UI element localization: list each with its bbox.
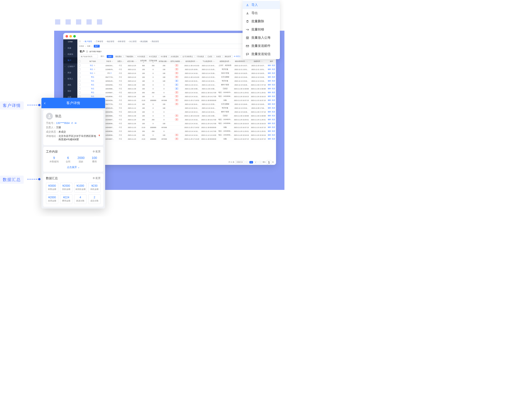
table-header[interactable] [77, 59, 82, 64]
location-icon[interactable]: 📍 [98, 134, 101, 142]
topnav-item[interactable]: ▫ 办公管理 [128, 40, 136, 43]
filter-chip[interactable]: 今日新增 [159, 55, 169, 58]
filter-chip[interactable]: 测试排序 [223, 55, 232, 58]
work-config-button[interactable]: ⚙ 配置 [93, 150, 101, 153]
edit-link[interactable]: 编辑 [268, 134, 271, 136]
row-checkbox[interactable] [79, 91, 81, 94]
edit-link[interactable]: 编辑 [268, 126, 271, 128]
edit-link[interactable]: 编辑 [268, 138, 271, 140]
topnav-item[interactable]: ▫ 工单管理 [95, 40, 103, 43]
follow-link[interactable]: 跟进 [272, 68, 275, 70]
work-stat[interactable]: 9外勤签到 [50, 156, 59, 163]
follow-link[interactable]: 跟进 [272, 88, 275, 89]
table-header[interactable]: 最后跟进时间 ⇅ ▾ [183, 59, 200, 64]
topnav-item[interactable]: ▫ 系统管理 [150, 40, 159, 43]
edit-link[interactable]: 编辑 [268, 99, 271, 101]
summary-card[interactable]: ¥230商机金额 [88, 182, 101, 192]
edit-link[interactable]: 编辑 [268, 76, 271, 78]
customer-name-cell[interactable]: 黄总 [82, 83, 103, 87]
work-stat[interactable]: 100费用 [92, 156, 97, 163]
prev-page[interactable]: ‹ [245, 161, 248, 163]
nav-user[interactable]: ▫客户 [63, 57, 77, 63]
edit-link[interactable]: 编辑 [268, 107, 271, 109]
edit-link[interactable]: 编辑 [268, 88, 271, 89]
table-header[interactable]: 未回款金额 ⇅ ▾ [158, 59, 170, 64]
dropdown-trash[interactable]: 批量删除 [243, 17, 280, 26]
copy-icon[interactable]: ⧉ [94, 72, 95, 74]
help-text[interactable]: 查不到客户数据？ [89, 50, 102, 53]
follow-link[interactable]: 跟进 [272, 92, 275, 93]
nav-quote[interactable]: ▫报价 [63, 88, 77, 94]
customer-name-cell[interactable]: 李总 [82, 91, 103, 94]
edit-link[interactable]: 编辑 [268, 111, 271, 113]
dropdown-mail[interactable]: 批量发送邮件 [243, 42, 280, 50]
customer-name-cell[interactable]: 张总 ⧉ [82, 71, 103, 75]
help-icon[interactable]: ? [86, 50, 88, 53]
row-checkbox[interactable] [79, 80, 81, 82]
edit-link[interactable]: 编辑 [268, 115, 271, 116]
summary-card[interactable]: ¥1000未回款金额 [74, 182, 87, 192]
table-header[interactable]: 是否公海领取 ⇅ ▾ [170, 59, 183, 64]
table-header[interactable]: 负责人 ▾ [116, 59, 125, 64]
summary-card[interactable]: 2成交次数 [88, 194, 101, 204]
table-header[interactable]: 成交日期 ⇅ ▾ [125, 59, 139, 64]
row-checkbox[interactable] [79, 88, 81, 90]
page-1[interactable]: 1 [249, 161, 253, 163]
nav-notebook[interactable]: ▫跟进 [63, 70, 77, 76]
filter-chip[interactable]: 7天未跟进 [195, 55, 205, 58]
filter-chip[interactable]: 从未跟进的 [169, 55, 180, 58]
edit-link[interactable]: 编辑 [268, 72, 271, 74]
expand-button[interactable]: 点击展开 ⌄ [46, 166, 101, 169]
edit-link[interactable]: 编辑 [268, 130, 271, 132]
call-icon[interactable]: ✆ [71, 122, 73, 124]
dropdown-box-out[interactable]: 批量放入公海 [243, 34, 280, 42]
dropdown-upload[interactable]: 导出 [243, 9, 280, 17]
customer-name-cell[interactable]: 李总 [82, 75, 103, 79]
copy-icon[interactable]: ⧉ [94, 68, 95, 70]
follow-link[interactable]: 跟进 [272, 134, 275, 136]
summary-card[interactable]: ¥3000销售金额 [46, 182, 58, 192]
minimize-dot[interactable] [69, 35, 72, 38]
dropdown-download[interactable]: 导入 [243, 1, 280, 9]
customer-name-cell[interactable]: 黄总 ⧉ [82, 68, 103, 71]
follow-link[interactable]: 跟进 [272, 76, 275, 78]
filter-chip[interactable]: 今日已跟进 [147, 55, 158, 58]
page-size-select[interactable]: 10条/页 ▾ [235, 161, 244, 164]
topnav-item[interactable]: ▫ 客户管理 [83, 40, 92, 43]
follow-link[interactable]: 跟进 [272, 126, 275, 128]
topnav-item[interactable]: ▫ 商业智能 [139, 40, 148, 43]
goto-input[interactable] [267, 160, 271, 164]
filter-chip[interactable]: 全部 [107, 55, 113, 58]
work-stat[interactable]: 2000回款 [77, 156, 84, 163]
bc-lead[interactable]: 线索 [87, 45, 90, 47]
edit-link[interactable]: 编辑 [268, 119, 271, 120]
summary-config-button[interactable]: ⚙ 配置 [93, 176, 101, 180]
follow-link[interactable]: 跟进 [272, 119, 275, 120]
customer-name-cell[interactable]: 张总 [82, 79, 103, 83]
edit-link[interactable]: 编辑 [268, 122, 271, 124]
table-header[interactable]: 已回款金额⇅ [148, 59, 158, 64]
row-checkbox[interactable] [79, 84, 81, 86]
table-header[interactable]: 操作 [267, 59, 276, 64]
hamburger-icon[interactable]: ☰ [79, 40, 81, 42]
row-checkbox[interactable] [79, 72, 81, 74]
filter-chip[interactable]: 未成交 [215, 55, 223, 58]
customer-name-cell[interactable]: 张总 ⧉ [82, 64, 103, 68]
summary-card[interactable]: ¥2000发票金额 [46, 194, 58, 204]
edit-link[interactable]: 编辑 [268, 95, 271, 97]
follow-link[interactable]: 跟进 [272, 99, 275, 101]
table-header[interactable]: 手机号 ⇅ [103, 59, 116, 64]
topnav-item[interactable]: ▫ 项目管理 [106, 40, 114, 43]
filter-chip[interactable]: 近7天未联系过 [181, 55, 195, 58]
edit-link[interactable]: 编辑 [268, 103, 271, 105]
edit-link[interactable]: 编辑 [268, 65, 271, 66]
dropdown-share[interactable]: 批量转移 [243, 26, 280, 34]
work-stat[interactable]: 6合同 [66, 156, 70, 163]
custom-filter-link[interactable]: ⊕ 自定义 [234, 55, 240, 58]
follow-link[interactable]: 跟进 [272, 103, 275, 105]
follow-link[interactable]: 跟进 [272, 122, 275, 124]
summary-card[interactable]: ¥224费用金额 [60, 194, 72, 204]
filter-chip[interactable]: 今日待跟进 [136, 55, 147, 58]
table-header[interactable]: 领取/获得时间 ⇅ ▾ [233, 59, 250, 64]
edit-link[interactable]: 编辑 [268, 80, 271, 82]
